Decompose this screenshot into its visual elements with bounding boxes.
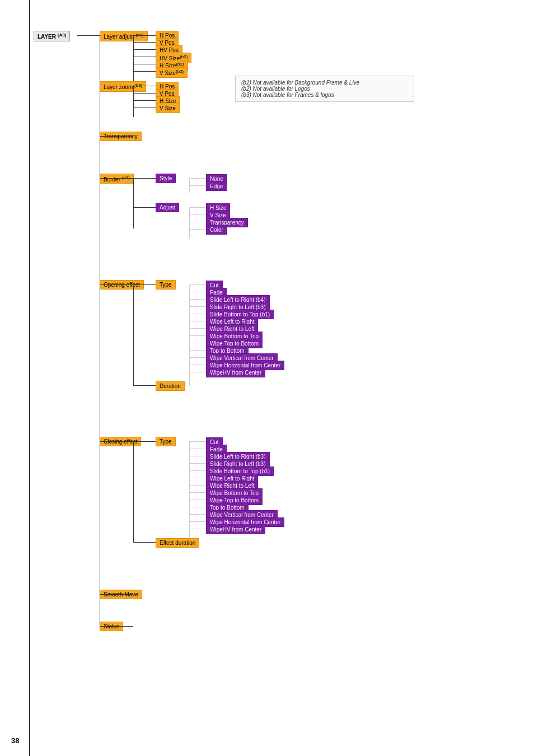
main-content: LAYER (A3) Layer adjust (b1) H Pos V Pos — [34, 22, 523, 739]
zoom-v-size: V Size — [156, 104, 180, 113]
v-line-zoom — [133, 86, 134, 117]
connector-style — [133, 178, 156, 179]
layer-label: LAYER (A3) — [34, 31, 70, 41]
page-number: 38 — [11, 736, 19, 745]
connector-duration — [133, 385, 156, 386]
connector-smooth — [100, 594, 133, 595]
style-edge: Edge — [206, 181, 227, 191]
connector-adjust — [133, 207, 156, 208]
v-line-adjust-opts — [189, 207, 190, 239]
connector-zoom-vsize — [133, 108, 156, 108]
v-line-adjust — [133, 35, 134, 86]
layer-adjust-label: Layer adjust (b1) — [100, 31, 148, 41]
connector-hsize — [133, 64, 156, 64]
connector-transp-adj — [189, 222, 206, 222]
left-border — [29, 0, 30, 756]
connector-status — [100, 626, 133, 627]
connector-vsize — [133, 71, 156, 72]
connector-hsize-adj — [189, 207, 206, 208]
connector-zoom-hsize — [133, 100, 156, 101]
closing-effect-duration: Effect duration — [156, 538, 199, 548]
opening-duration: Duration — [156, 381, 185, 391]
info-box: (b1) Not available for Background Frame … — [235, 76, 414, 102]
connector-hvpos — [133, 49, 156, 50]
connector-none — [189, 178, 206, 179]
connector-layer-adjust — [77, 35, 100, 36]
v-line-border — [133, 178, 134, 228]
ce-wipe-hvc: WipeHV from Center — [206, 525, 265, 534]
connector-transparency — [100, 136, 133, 137]
main-trunk — [100, 35, 100, 629]
connector-edge — [189, 185, 206, 186]
diagram: LAYER (A3) Layer adjust (b1) H Pos V Pos — [34, 22, 526, 739]
border-style: Style — [156, 174, 176, 183]
connector-oe-type — [133, 284, 156, 285]
closing-type: Type — [156, 437, 176, 446]
connector-vpos — [133, 42, 156, 43]
connector-hpos — [133, 35, 156, 36]
connector-hvsize — [133, 57, 156, 57]
oe-wipe-hvc: WipeHV from Center — [206, 368, 265, 377]
connector-border — [100, 178, 133, 179]
opening-type: Type — [156, 280, 176, 290]
v-size-adj: V Size(b2) — [156, 67, 188, 78]
connector-opening — [100, 284, 133, 285]
connector-effect-duration — [133, 542, 156, 543]
adj-color: Color — [206, 225, 227, 235]
v-line-closing — [133, 441, 134, 542]
v-line-opening — [133, 284, 134, 385]
connector-zoom-vpos — [133, 93, 156, 94]
layer-zoom-label: Layer zoom (b3) — [100, 81, 146, 92]
border-node: Border (b3) — [100, 174, 134, 184]
connector-vsize-adj — [189, 214, 206, 215]
connector-zoom-hpos — [133, 86, 156, 86]
border-adjust: Adjust — [156, 203, 179, 212]
connector-ce-type — [133, 441, 156, 442]
connector-closing — [100, 441, 133, 442]
connector-color-adj — [189, 229, 206, 230]
page-container: 38 LAYER (A3) Layer adjust (b1) H Pos — [0, 0, 534, 756]
